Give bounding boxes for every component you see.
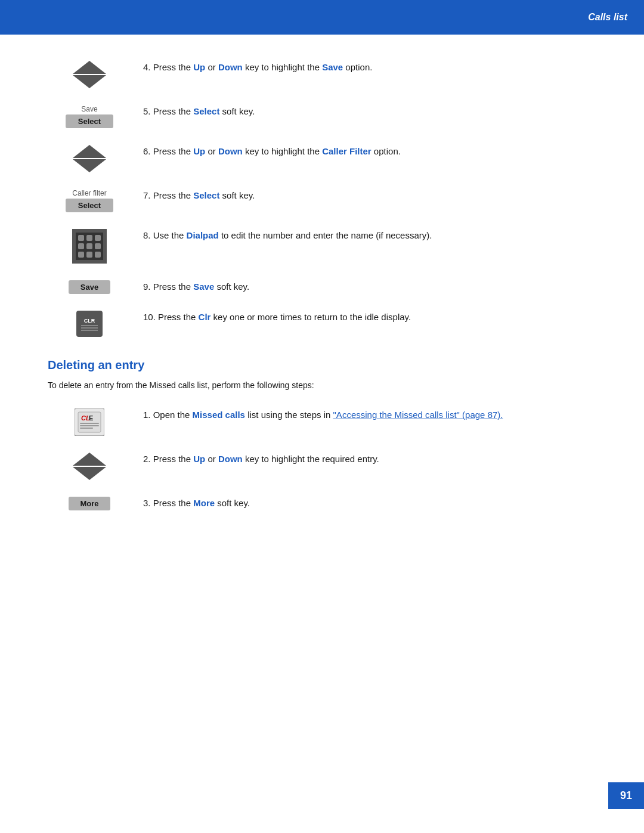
- arrow-up-icon-6: [73, 145, 106, 158]
- nav-arrows-icon-delete-2: [73, 453, 106, 480]
- nav-arrows-icon-4: [73, 61, 106, 88]
- step-9-number: 9.: [143, 281, 151, 292]
- step-9-icon-col: Save: [48, 278, 131, 294]
- delete-step-3-number: 3.: [143, 498, 151, 508]
- more-softkey: More: [69, 497, 110, 510]
- dialpad-dot: [86, 252, 92, 258]
- delete-step-2-number: 2.: [143, 454, 151, 464]
- delete-step-row-2: 2. Press the Up or Down key to highlight…: [48, 450, 596, 480]
- deleting-section-intro: To delete an entry from the Missed calls…: [48, 379, 596, 392]
- missed-calls-icon: CL E: [75, 408, 104, 436]
- step-row-5: Save Select 5. Press the Select soft key…: [48, 103, 596, 128]
- step-row-8: 8. Use the Dialpad to edit the number an…: [48, 227, 596, 264]
- dialpad-dot: [95, 252, 101, 258]
- step-5-icon-col: Save Select: [48, 103, 131, 128]
- step-4-text: 4. Press the Up or Down key to highlight…: [131, 58, 596, 75]
- svg-rect-10: [80, 425, 99, 426]
- missed-calls-label: Missed calls: [193, 410, 245, 420]
- step-6-number: 6.: [143, 146, 151, 156]
- dialpad-grid: [76, 233, 103, 260]
- step-row-4: 4. Press the Up or Down key to highlight…: [48, 58, 596, 88]
- step-10-icon-col: CLR: [48, 308, 131, 337]
- step-4-number: 4.: [143, 62, 151, 72]
- dialpad-icon: [72, 229, 107, 264]
- delete-step-3-icon-col: More: [48, 494, 131, 510]
- delete-step-1-number: 1.: [143, 410, 151, 420]
- clr-key-icon: CLR: [76, 311, 103, 337]
- svg-rect-2: [81, 325, 98, 326]
- select-key-label-5: Select: [193, 106, 219, 116]
- delete-step-2-text: 2. Press the Up or Down key to highlight…: [131, 450, 596, 466]
- nav-arrows-icon-6: [73, 145, 106, 172]
- arrow-up-icon-d2: [73, 453, 106, 466]
- step-10-text: 10. Press the Clr key one or more times …: [131, 308, 596, 324]
- down-key-label-d2: Down: [218, 454, 243, 464]
- step-6-text: 6. Press the Up or Down key to highlight…: [131, 143, 596, 159]
- delete-step-row-1: CL E 1. Open the Missed calls list using…: [48, 406, 596, 436]
- up-key-label-6: Up: [193, 146, 205, 156]
- save-above-label: Save: [81, 105, 97, 113]
- header-bar: Calls list: [0, 0, 644, 35]
- svg-rect-3: [81, 327, 98, 329]
- delete-step-2-icon-col: [48, 450, 131, 480]
- dialpad-dot: [95, 235, 101, 241]
- step-10-number: 10.: [143, 312, 156, 322]
- select-key-label-7: Select: [193, 190, 219, 200]
- delete-step-1-icon-col: CL E: [48, 406, 131, 436]
- save-softkey-9: Save: [69, 280, 110, 294]
- save-key-label: Save: [193, 281, 214, 292]
- clr-key-wrapper: CLR: [76, 311, 103, 337]
- step-row-7: Caller filter Select 7. Press the Select…: [48, 187, 596, 212]
- page-number: 91: [608, 782, 644, 809]
- dialpad-dot: [86, 235, 92, 241]
- arrow-down-icon: [73, 75, 106, 88]
- dialpad-dot: [78, 252, 84, 258]
- arrow-up-icon: [73, 61, 106, 74]
- deleting-section-heading: Deleting an entry: [48, 358, 596, 372]
- missed-calls-link[interactable]: "Accessing the Missed calls list" (page …: [333, 410, 503, 420]
- svg-rect-11: [80, 428, 93, 429]
- delete-step-3-text: 3. Press the More soft key.: [131, 494, 596, 510]
- arrow-down-icon-6: [73, 159, 106, 172]
- dialpad-dot: [78, 243, 84, 249]
- header-title: Calls list: [588, 12, 627, 22]
- step-row-9: Save 9. Press the Save soft key.: [48, 278, 596, 294]
- delete-step-row-3: More 3. Press the More soft key.: [48, 494, 596, 510]
- arrow-down-icon-d2: [73, 467, 106, 480]
- svg-rect-9: [80, 423, 99, 424]
- step-4-icon-col: [48, 58, 131, 88]
- step-9-text: 9. Press the Save soft key.: [131, 278, 596, 294]
- save-option-label: Save: [322, 62, 343, 72]
- delete-step-1-text: 1. Open the Missed calls list using the …: [131, 406, 596, 422]
- step-7-number: 7.: [143, 190, 151, 200]
- missed-calls-icon-wrapper: CL E: [75, 408, 104, 436]
- select-softkey-7: Select: [66, 199, 113, 212]
- deleting-section: Deleting an entry To delete an entry fro…: [48, 358, 596, 510]
- dialpad-dot: [86, 243, 92, 249]
- step-8-number: 8.: [143, 230, 151, 240]
- up-key-label-d2: Up: [193, 454, 205, 464]
- step-5-number: 5.: [143, 106, 151, 116]
- more-key-label: More: [193, 498, 215, 508]
- step-8-icon-col: [48, 227, 131, 264]
- step-6-icon-col: [48, 143, 131, 172]
- down-key-label: Down: [218, 62, 243, 72]
- svg-text:CLR: CLR: [84, 318, 95, 324]
- caller-filter-label: Caller Filter: [322, 146, 371, 156]
- up-key-label: Up: [193, 62, 205, 72]
- down-key-label-6: Down: [218, 146, 243, 156]
- svg-rect-4: [81, 330, 98, 331]
- svg-text:E: E: [89, 414, 93, 422]
- dialpad-dot: [95, 243, 101, 249]
- step-row-10: CLR 10. Press the Clr key one or more ti…: [48, 308, 596, 337]
- caller-filter-above-label: Caller filter: [72, 189, 106, 197]
- select-softkey-5: Select: [66, 114, 113, 128]
- clr-key-label: Clr: [199, 312, 211, 322]
- step-8-text: 8. Use the Dialpad to edit the number an…: [131, 227, 596, 243]
- step-7-icon-col: Caller filter Select: [48, 187, 131, 212]
- svg-rect-0: [76, 311, 103, 337]
- step-row-6: 6. Press the Up or Down key to highlight…: [48, 143, 596, 172]
- step-7-text: 7. Press the Select soft key.: [131, 187, 596, 203]
- step-5-text: 5. Press the Select soft key.: [131, 103, 596, 119]
- dialpad-label: Dialpad: [187, 230, 219, 240]
